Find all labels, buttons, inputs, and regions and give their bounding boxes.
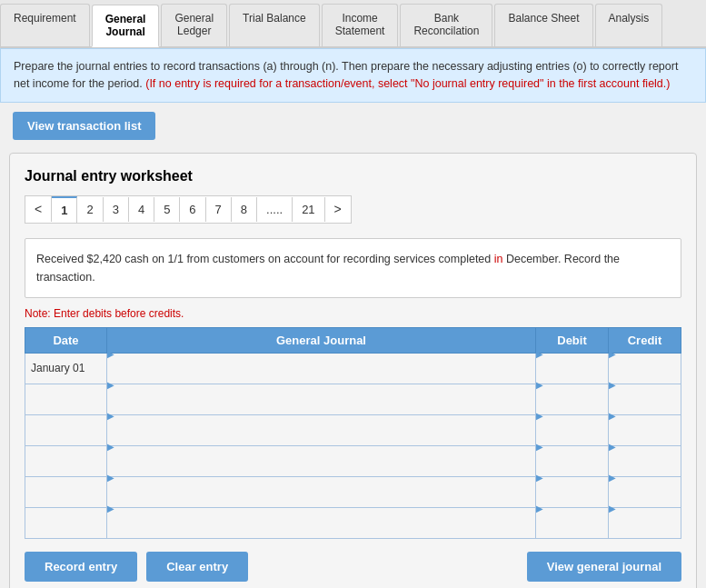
row-5-debit-input[interactable]	[536, 483, 608, 513]
row-1-date: January 01	[25, 353, 107, 384]
row-6-date	[25, 507, 107, 538]
row-4-journal-input[interactable]	[107, 453, 535, 483]
page-next-button[interactable]: >	[325, 196, 351, 222]
page-3-button[interactable]: 3	[104, 197, 129, 222]
clear-entry-button[interactable]: Clear entry	[146, 552, 248, 582]
worksheet-title: Journal entry worksheet	[25, 168, 681, 184]
tab-trial-balance[interactable]: Trial Balance	[229, 4, 320, 46]
row-3-journal-input[interactable]	[107, 422, 535, 452]
row-3-credit-input[interactable]	[609, 422, 681, 452]
worksheet-container: Journal entry worksheet < 1 2 3 4 5 6 7 …	[9, 153, 697, 589]
row-1-credit-input[interactable]	[609, 360, 681, 390]
tab-requirement[interactable]: Requirement	[0, 4, 90, 46]
page-4-button[interactable]: 4	[129, 197, 154, 222]
col-header-journal: General Journal	[107, 327, 536, 353]
page-2-button[interactable]: 2	[77, 197, 103, 222]
tab-bar: Requirement GeneralJournal GeneralLedger…	[0, 0, 706, 48]
journal-table: Date General Journal Debit Credit Januar…	[25, 327, 681, 539]
pagination: < 1 2 3 4 5 6 7 8 ..... 21 >	[25, 195, 352, 224]
info-text-red: (If no entry is required for a transacti…	[145, 77, 670, 90]
row-5-date	[25, 476, 107, 507]
note-text: Note: Enter debits before credits.	[25, 307, 681, 320]
page-21-button[interactable]: 21	[293, 197, 324, 222]
row-2-credit-input[interactable]	[609, 391, 681, 421]
page-5-button[interactable]: 5	[154, 197, 180, 222]
transaction-desc-text1: Received $2,420 cash on 1/1 from custome…	[36, 253, 494, 265]
row-6-debit-input[interactable]	[536, 514, 608, 544]
bottom-buttons: Record entry Clear entry View general jo…	[25, 552, 681, 582]
tab-analysis[interactable]: Analysis	[595, 4, 663, 46]
tab-income-statement[interactable]: IncomeStatement	[322, 4, 399, 46]
row-2-date	[25, 384, 107, 414]
transaction-description: Received $2,420 cash on 1/1 from custome…	[25, 238, 681, 298]
transaction-desc-red: in	[494, 253, 503, 265]
view-general-journal-button[interactable]: View general journal	[527, 552, 681, 582]
tab-general-ledger[interactable]: GeneralLedger	[161, 4, 227, 46]
row-5-credit-input[interactable]	[609, 483, 681, 513]
row-1-journal-input[interactable]	[107, 360, 535, 390]
row-1-credit[interactable]: ▶	[609, 353, 681, 384]
view-transaction-list-button[interactable]: View transaction list	[13, 112, 155, 140]
table-row: January 01 ▶ ▶ ▶	[25, 353, 681, 384]
tab-balance-sheet[interactable]: Balance Sheet	[494, 4, 592, 46]
row-2-debit-input[interactable]	[536, 391, 608, 421]
row-1-debit[interactable]: ▶	[536, 353, 609, 384]
row-6-credit-input[interactable]	[609, 514, 681, 544]
row-1-debit-input[interactable]	[536, 360, 608, 390]
page-8-button[interactable]: 8	[232, 197, 257, 222]
row-5-journal-input[interactable]	[107, 483, 535, 513]
page-6-button[interactable]: 6	[180, 197, 205, 222]
row-4-date	[25, 445, 107, 476]
info-banner: Prepare the journal entries to record tr…	[0, 48, 706, 103]
tab-bank-reconciliation[interactable]: BankReconcilation	[400, 4, 492, 46]
page-ellipsis: .....	[257, 197, 293, 222]
col-header-date: Date	[25, 327, 107, 353]
page-7-button[interactable]: 7	[206, 197, 232, 222]
row-3-date	[25, 414, 107, 445]
row-4-credit-input[interactable]	[609, 453, 681, 483]
row-6-journal-input[interactable]	[107, 514, 535, 544]
col-header-debit: Debit	[536, 327, 609, 353]
col-header-credit: Credit	[609, 327, 681, 353]
record-entry-button[interactable]: Record entry	[25, 552, 137, 582]
row-2-journal-input[interactable]	[107, 391, 535, 421]
page-prev-button[interactable]: <	[25, 196, 52, 222]
tab-general-journal[interactable]: GeneralJournal	[92, 5, 160, 47]
row-4-debit-input[interactable]	[536, 453, 608, 483]
row-3-debit-input[interactable]	[536, 422, 608, 452]
row-1-journal[interactable]: ▶	[107, 353, 536, 384]
page-1-button[interactable]: 1	[52, 196, 77, 223]
